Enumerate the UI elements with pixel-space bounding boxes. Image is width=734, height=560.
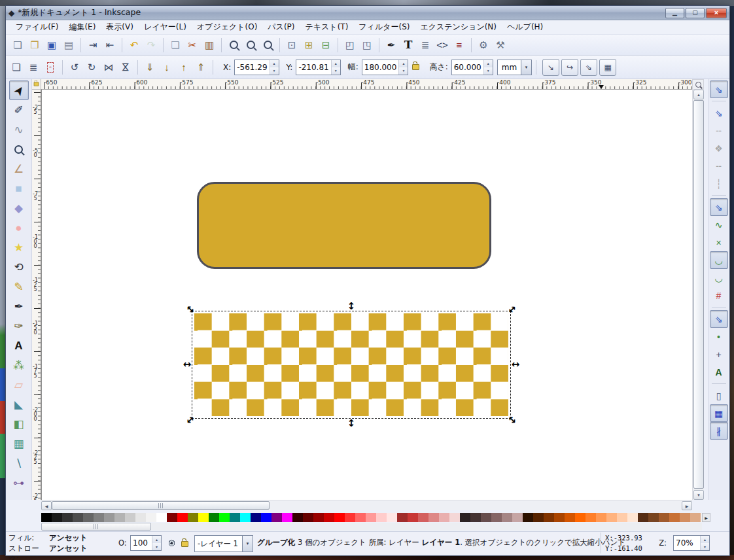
connector-tool[interactable]: ⊶ [9, 473, 29, 493]
selection-handle-e[interactable]: ↔ [512, 360, 520, 370]
select-all-layers-button[interactable]: ≣ [26, 60, 41, 75]
palette-swatch[interactable] [94, 513, 104, 522]
snap-bbox-edge-midpoints-button[interactable]: ╌ [710, 157, 728, 175]
close-button[interactable]: × [706, 8, 727, 18]
rectangle-tool[interactable]: ■ [9, 179, 29, 198]
ruler-zoom-corner-icon[interactable] [692, 79, 704, 90]
palette-swatch[interactable] [596, 513, 606, 522]
menu-extensions[interactable]: エクステンション(N) [415, 20, 501, 34]
group-button[interactable]: ◰ [342, 37, 358, 53]
import-button[interactable]: ⇥ [85, 37, 101, 53]
snap-nodes-button[interactable]: ⇘ [710, 198, 728, 216]
ellipse-tool[interactable]: ● [9, 218, 29, 237]
snap-text-baselines-button[interactable]: A [710, 363, 728, 381]
palette-swatch[interactable] [428, 513, 439, 522]
snap-object-centers-button[interactable]: • [710, 328, 728, 345]
height-field[interactable]: 60.000 ▲ ▼ [451, 60, 493, 75]
snap-others-button[interactable]: ⇘ [710, 310, 728, 328]
palette-scrollbar[interactable] [41, 523, 702, 531]
palette-swatch[interactable] [355, 513, 366, 522]
new-document-button[interactable]: ❏ [10, 37, 26, 53]
align-dialog-button[interactable]: ≡ [451, 37, 467, 53]
select-all-button[interactable]: ❏ [9, 60, 24, 75]
spin-down-icon[interactable]: ▼ [701, 543, 709, 550]
palette-swatch[interactable] [648, 513, 659, 522]
menu-filters[interactable]: フィルター(S) [354, 20, 414, 34]
palette-scrollbar-thumb[interactable] [41, 523, 151, 531]
fill-stroke-dialog-button[interactable]: ✒ [383, 37, 399, 53]
palette-swatch[interactable] [251, 513, 261, 522]
menu-view[interactable]: 表示(V) [101, 20, 138, 34]
palette-swatch[interactable] [41, 513, 52, 522]
chevron-down-icon[interactable]: ▼ [242, 536, 253, 551]
canvas[interactable]: ↔↕↔↔↔↔↕↔ [41, 90, 692, 500]
palette-swatch[interactable] [177, 513, 188, 522]
duplicate-button[interactable]: ⊡ [284, 37, 300, 53]
snap-grids-button[interactable]: ▦ [710, 404, 728, 422]
palette-swatch[interactable] [491, 513, 502, 522]
undo-button[interactable]: ↶ [126, 37, 142, 53]
palette-swatch[interactable] [209, 513, 219, 522]
snap-rotation-centers-button[interactable]: + [710, 345, 728, 363]
calligraphy-tool[interactable]: ✑ [9, 316, 29, 336]
palette-swatch[interactable] [135, 513, 146, 522]
palette-swatch[interactable] [387, 513, 397, 522]
palette-swatch[interactable] [680, 513, 690, 522]
selection-handle-n[interactable]: ↕ [347, 302, 356, 311]
text-dialog-button[interactable]: T [400, 37, 416, 53]
palette-swatch[interactable] [565, 513, 575, 522]
spray-tool[interactable]: ⁂ [9, 355, 29, 375]
transform-patterns-toggle[interactable]: ▦ [599, 59, 616, 76]
menu-object[interactable]: オブジェクト(O) [192, 20, 262, 34]
pencil-tool[interactable]: ✎ [9, 277, 29, 296]
spin-up-icon[interactable]: ▲ [484, 60, 493, 67]
star-tool[interactable]: ★ [9, 237, 29, 257]
width-field[interactable]: 180.000 ▲ ▼ [362, 60, 409, 75]
create-clone-button[interactable]: ⊞ [301, 37, 317, 53]
spin-up-icon[interactable]: ▲ [152, 536, 161, 543]
checkerboard-group-shape[interactable] [194, 313, 508, 416]
palette-swatch[interactable] [575, 513, 585, 522]
palette-swatch[interactable] [271, 513, 282, 522]
raise-to-top-button[interactable]: ⇑ [193, 60, 209, 75]
spin-down-icon[interactable]: ▼ [152, 543, 161, 550]
palette-swatch[interactable] [292, 513, 303, 522]
rotate-cw-button[interactable]: ↻ [84, 60, 99, 75]
spin-down-icon[interactable]: ▼ [484, 67, 493, 75]
preferences-button[interactable]: ⚒ [493, 37, 508, 53]
flip-vertical-button[interactable]: ⋈ [118, 60, 133, 75]
menu-edit[interactable]: 編集(E) [64, 20, 100, 34]
xml-editor-button[interactable]: <> [434, 37, 450, 53]
transform-gradients-toggle[interactable]: ⇘ [580, 59, 597, 76]
palette-swatch[interactable] [408, 513, 418, 522]
paste-button[interactable]: ▥ [201, 37, 217, 53]
menu-file[interactable]: ファイル(F) [11, 20, 63, 34]
palette-swatch[interactable] [449, 513, 460, 522]
palette-swatch[interactable] [627, 513, 638, 522]
export-button[interactable]: ⇤ [102, 37, 118, 53]
palette-swatch[interactable] [606, 513, 617, 522]
chevron-down-icon[interactable]: ▼ [521, 60, 531, 75]
node-editor-tool[interactable]: ✐ [9, 100, 29, 120]
spin-up-icon[interactable]: ▲ [332, 60, 340, 67]
vertical-scrollbar-thumb[interactable] [693, 100, 704, 489]
palette-swatch[interactable] [638, 513, 648, 522]
palette-swatch[interactable] [617, 513, 627, 522]
dropper-tool[interactable]: ∖ [9, 453, 29, 473]
zoom-drawing-button[interactable] [243, 37, 258, 53]
palette-swatch[interactable] [533, 513, 544, 522]
snap-line-midpoints-button[interactable]: # [710, 287, 728, 304]
layer-selector[interactable]: -レイヤー 1 ▼ [194, 535, 253, 552]
print-button[interactable]: ▤ [61, 37, 77, 53]
spiral-tool[interactable]: ⟲ [9, 257, 29, 277]
lower-to-bottom-button[interactable]: ⇓ [142, 60, 158, 75]
snap-bbox-corners-button[interactable]: ❖ [710, 139, 728, 157]
raise-button[interactable]: ↑ [176, 60, 192, 75]
palette-swatch[interactable] [585, 513, 596, 522]
palette-swatch[interactable] [470, 513, 481, 522]
minimize-button[interactable]: ▁ [665, 8, 684, 18]
palette-swatch[interactable] [460, 513, 470, 522]
palette-swatch[interactable] [313, 513, 324, 522]
layer-lock-icon[interactable] [181, 541, 188, 547]
rounded-rectangle-shape[interactable] [197, 182, 491, 269]
